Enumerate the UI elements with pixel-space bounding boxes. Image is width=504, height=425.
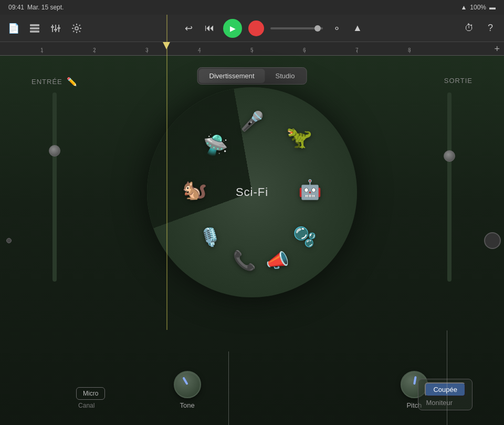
chipmunk-item[interactable]: 🐿️ [182,178,207,201]
volume-icon: ⚬ [329,21,344,36]
bubbles-item[interactable]: 🫧 [293,226,317,248]
time-display: 09:41 [8,4,24,11]
tone-label: Tone [180,401,194,409]
input-volume-slider[interactable] [52,92,57,282]
mic-stand-item[interactable]: 🎙️ [199,226,221,247]
help-button[interactable]: ? [483,21,498,36]
segment-divertissement[interactable]: Divertissement [199,69,265,83]
tone-knob[interactable] [174,371,201,398]
ruler-tick-5: 5 [252,47,304,53]
toolbar-left: 📄 [6,21,84,36]
record-button[interactable] [248,20,264,36]
settings-icon[interactable] [69,21,84,36]
ruler-tick-2: 2 [94,47,147,53]
rewind-button[interactable]: ⏮ [202,21,217,36]
ruler: 1 2 3 4 5 6 7 8 [0,42,504,56]
svg-rect-2 [30,30,39,33]
toolbar-center: ↩ ⏮ ▶ ⚬ ▲ [181,19,365,38]
add-track-button[interactable]: + [494,43,500,55]
ruler-tick-4: 4 [200,47,252,53]
main-content: ENTRÉE ✏️ SORTIE Divertissement Studio S… [0,56,504,425]
ruler-tick-7: 7 [357,47,410,53]
svg-rect-1 [30,27,39,29]
input-section: ENTRÉE ✏️ [32,77,77,87]
battery-icon: ▬ [489,4,496,11]
coupee-button[interactable]: Coupée [425,382,466,397]
left-indicator [6,238,12,243]
moniteur-label: Moniteur [425,399,453,407]
tone-control: Tone [174,371,201,409]
pencil-icon[interactable]: ✏️ [67,77,77,87]
input-label: ENTRÉE [32,78,62,86]
svg-rect-6 [51,26,54,28]
svg-rect-0 [30,24,39,26]
micro-button[interactable]: Micro [76,387,105,400]
monster-item[interactable]: 🦖 [286,125,312,150]
svg-point-9 [75,27,78,30]
megaphone-item[interactable]: 📣 [266,250,289,272]
ruler-tick-8: 8 [410,47,462,53]
output-label: SORTIE [444,77,472,85]
coupee-section: Coupée Moniteur [418,379,472,410]
micro-section: Micro Canal [76,387,105,409]
ruler-tick-1: 1 [42,47,94,53]
new-project-icon[interactable]: 📄 [6,21,21,36]
mixer-icon[interactable] [48,21,63,36]
undo-button[interactable]: ↩ [181,21,196,36]
annotation-line-left [228,351,229,425]
transport-slider[interactable] [270,27,323,29]
ufo-item[interactable]: 🛸 [203,133,228,157]
segment-studio[interactable]: Studio [265,69,306,83]
battery-display: 100% [470,4,486,11]
home-button[interactable] [484,232,501,249]
play-button[interactable]: ▶ [223,19,242,38]
status-right: ▲ 100% ▬ [460,4,496,11]
playhead[interactable] [163,42,170,53]
playhead-line [166,15,167,330]
tracks-view-icon[interactable] [27,21,42,36]
status-left: 09:41 Mar. 15 sept. [8,4,64,11]
input-slider-thumb[interactable] [49,145,60,157]
svg-rect-8 [57,27,60,29]
date-display: Mar. 15 sept. [27,4,64,11]
output-volume-slider[interactable] [447,92,452,282]
canal-label: Canal [76,402,94,409]
ruler-tick-6: 6 [304,47,357,53]
status-bar: 09:41 Mar. 15 sept. ▲ 100% ▬ [0,0,504,15]
ruler-tick-3: 3 [147,47,200,53]
toolbar-right: ⏱ ? [462,21,498,36]
circle-background: Sci-Fi 🛸 🎤 🦖 🐿️ 🤖 🎙️ 🫧 📞 📣 [147,87,357,297]
telephone-item[interactable]: 📞 [233,250,256,272]
clock-button[interactable]: ⏱ [462,21,477,36]
annotation-line-right [447,330,447,425]
toolbar: 📄 ↩ ⏮ ▶ ⚬ ▲ ⏱ ? [0,15,504,42]
metronome-icon[interactable]: ▲ [350,21,365,36]
robot-item[interactable]: 🤖 [298,179,322,201]
mode-segment-control: Divertissement Studio [197,67,307,85]
svg-rect-7 [54,29,57,30]
voice-selector-circle[interactable]: Sci-Fi 🛸 🎤 🦖 🐿️ 🤖 🎙️ 🫧 📞 📣 [147,87,357,297]
microphone-item[interactable]: 🎤 [240,110,264,132]
output-slider-thumb[interactable] [444,150,455,162]
wifi-icon: ▲ [460,4,467,11]
circle-center-label: Sci-Fi [236,185,268,199]
